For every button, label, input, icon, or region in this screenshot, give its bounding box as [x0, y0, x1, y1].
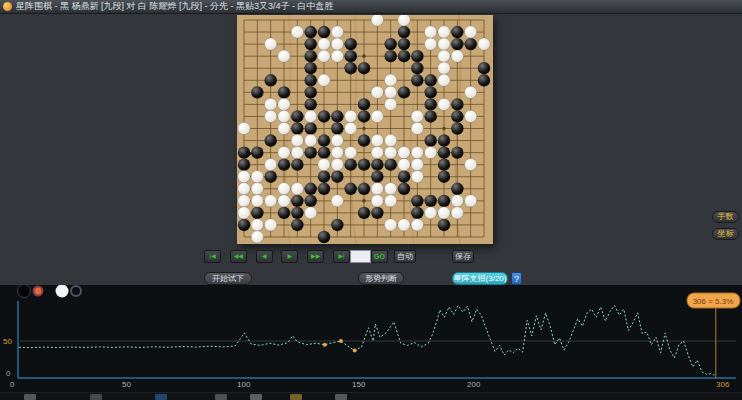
- white-stone: [464, 86, 476, 98]
- window-icon-2[interactable]: [250, 394, 262, 400]
- black-stone: [451, 38, 463, 50]
- white-stone: [411, 158, 423, 170]
- black-player-dot[interactable]: [18, 285, 31, 298]
- white-stone: [304, 134, 316, 146]
- highlight-move-dot[interactable]: [323, 343, 327, 347]
- black-stone: [358, 110, 370, 122]
- star-point: [442, 127, 446, 131]
- app-icon-3[interactable]: [335, 394, 347, 400]
- white-stone: [291, 146, 303, 158]
- winrate-curve: [19, 306, 716, 376]
- white-stone: [331, 146, 343, 158]
- white-stone: [264, 110, 276, 122]
- white-stone: [238, 195, 250, 207]
- tooltip-text: 306 = 5.3%: [693, 297, 734, 306]
- black-stone: [398, 183, 410, 195]
- start-trial-button[interactable]: 开始试下: [204, 272, 252, 285]
- move-number-input[interactable]: [350, 250, 371, 263]
- nav-first-move-button[interactable]: |◀: [204, 250, 221, 263]
- black-stone: [251, 86, 263, 98]
- go-button[interactable]: GO: [371, 250, 388, 263]
- white-stone: [384, 86, 396, 98]
- go-board[interactable]: [237, 15, 493, 244]
- coordinates-toggle[interactable]: 坐标: [712, 228, 739, 240]
- auto-play-button[interactable]: 自动: [394, 250, 416, 263]
- white-unselected-ring[interactable]: [71, 286, 81, 296]
- white-stone: [411, 146, 423, 158]
- black-stone: [438, 219, 450, 231]
- windows-taskbar[interactable]: [0, 392, 742, 400]
- black-stone: [344, 62, 356, 74]
- star-point: [362, 199, 366, 203]
- highlight-move-dot[interactable]: [339, 339, 343, 343]
- white-stone: [331, 38, 343, 50]
- white-stone: [371, 110, 383, 122]
- white-stone: [278, 98, 290, 110]
- black-stone: [304, 38, 316, 50]
- black-stone: [358, 207, 370, 219]
- white-stone: [318, 74, 330, 86]
- title-bar: 星阵围棋 - 黑 杨鼎新 [九段] 对 白 陈耀烨 [九段] - 分先 - 黑贴…: [0, 0, 742, 14]
- white-stone: [464, 195, 476, 207]
- white-stone: [278, 50, 290, 62]
- white-stone: [278, 195, 290, 207]
- white-stone: [264, 219, 276, 231]
- white-stone: [264, 98, 276, 110]
- black-stone: [424, 195, 436, 207]
- white-stone: [384, 134, 396, 146]
- white-stone: [371, 134, 383, 146]
- nav-last-move-button[interactable]: ▶|: [333, 250, 350, 263]
- nav-next-move-button[interactable]: ▶: [281, 250, 298, 263]
- position-judge-button[interactable]: 形势判断: [358, 272, 404, 285]
- black-stone: [291, 195, 303, 207]
- tray-app-icon[interactable]: [90, 394, 102, 400]
- black-stone: [318, 146, 330, 158]
- white-player-dot[interactable]: [56, 285, 69, 298]
- folder-icon[interactable]: [290, 394, 302, 400]
- black-stone: [318, 231, 330, 243]
- window-title: 星阵围棋 - 黑 杨鼎新 [九段] 对 白 陈耀烨 [九段] - 分先 - 黑贴…: [16, 0, 334, 13]
- nav-fast-forward-button[interactable]: ▶▶: [307, 250, 324, 263]
- black-stone: [398, 26, 410, 38]
- nav-fast-backward-button[interactable]: ◀◀: [230, 250, 247, 263]
- white-stone: [251, 183, 263, 195]
- move-numbers-toggle[interactable]: 手数: [712, 211, 739, 223]
- black-stone: [451, 146, 463, 158]
- white-stone: [264, 38, 276, 50]
- white-stone: [291, 26, 303, 38]
- black-selected-red-dot[interactable]: [34, 287, 43, 296]
- black-stone: [318, 110, 330, 122]
- black-stone: [291, 158, 303, 170]
- white-stone: [238, 171, 250, 183]
- window-icon[interactable]: [215, 394, 227, 400]
- help-button[interactable]: ?: [511, 272, 522, 285]
- black-stone: [344, 38, 356, 50]
- ai-suggest-button[interactable]: 星阵支招(3/20): [452, 272, 508, 285]
- winrate-graph-panel[interactable]: 500050100150200306306 = 5.3%: [0, 285, 742, 392]
- white-stone: [398, 146, 410, 158]
- black-stone: [304, 86, 316, 98]
- x-tick: 200: [467, 380, 481, 389]
- highlight-move-dot[interactable]: [353, 349, 357, 353]
- start-icon[interactable]: [24, 394, 36, 400]
- white-stone: [411, 219, 423, 231]
- white-stone: [451, 207, 463, 219]
- white-stone: [251, 195, 263, 207]
- go-board-svg: [237, 15, 493, 244]
- black-stone: [304, 50, 316, 62]
- white-stone: [318, 50, 330, 62]
- x-tick: 0: [10, 380, 15, 389]
- nav-prev-move-button[interactable]: ◀: [256, 250, 273, 263]
- save-button[interactable]: 保存: [452, 250, 474, 263]
- black-stone: [358, 62, 370, 74]
- browser-icon[interactable]: [155, 394, 167, 400]
- black-stone: [438, 158, 450, 170]
- x-tick: 100: [237, 380, 251, 389]
- black-stone: [478, 74, 490, 86]
- white-stone: [264, 158, 276, 170]
- white-stone: [278, 122, 290, 134]
- black-stone: [278, 158, 290, 170]
- black-stone: [384, 158, 396, 170]
- black-stone: [304, 62, 316, 74]
- black-stone: [278, 86, 290, 98]
